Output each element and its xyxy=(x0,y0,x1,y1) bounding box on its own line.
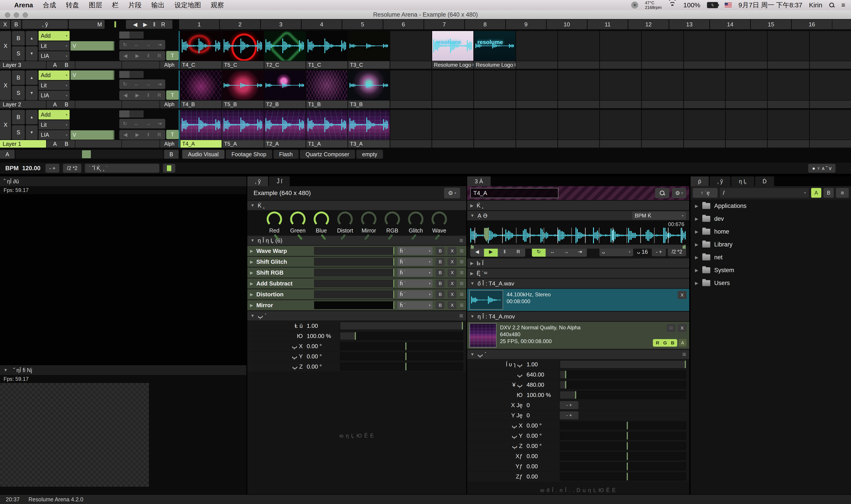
beats-nudge-button[interactable]: - + xyxy=(652,247,666,256)
menu-clock[interactable]: 9月7日 周一 下午8:37 xyxy=(738,1,802,10)
clip-cell-empty-10[interactable] xyxy=(558,110,599,148)
dashboard-collapse-icon[interactable]: ▼ xyxy=(250,203,255,208)
clip-cell-empty-8[interactable] xyxy=(474,110,515,148)
clip-label[interactable] xyxy=(558,101,599,108)
effect-opacity-slider[interactable] xyxy=(314,301,395,309)
effect-remove-button[interactable]: X xyxy=(448,269,456,276)
layer-autopilot-dropdown[interactable]: LIA▾ xyxy=(39,130,70,140)
output-snapshot-button[interactable]: ● ♀ ᴀ ˜ ᴠ xyxy=(808,164,835,173)
layer-transport-3[interactable]: R xyxy=(158,132,161,138)
layer-alpha-label[interactable]: Alph xyxy=(160,61,179,69)
dashboard-knob-rgb[interactable]: RGB xyxy=(384,212,400,234)
clip-transform-collapse-icon[interactable]: ▼ xyxy=(470,352,474,357)
clip-cell-T5_B[interactable]: T5_B xyxy=(222,71,264,108)
column-header-1[interactable]: 1 xyxy=(179,19,219,29)
clip-label[interactable]: T5_C xyxy=(222,61,264,69)
column-header-6[interactable]: 6 xyxy=(383,19,423,29)
comp-transport-2[interactable]: ‖ xyxy=(153,21,155,28)
layer-down-button[interactable]: ▼ xyxy=(26,86,38,100)
clip-cell-T3_B[interactable]: T3_B xyxy=(348,71,390,108)
clip-cell-empty-7[interactable] xyxy=(432,110,473,148)
clip-transform-menu-icon[interactable]: ≡ xyxy=(682,350,686,358)
comp-param-4-value[interactable]: 0.00 ° xyxy=(307,363,340,370)
folder-row-users[interactable]: ▶Users xyxy=(691,276,851,289)
clip-label[interactable] xyxy=(768,101,809,108)
bpm-tap-resync-button[interactable]: ˙ ˚Ī Ḱ˛ ˛ ˙ xyxy=(85,164,159,173)
dashboard-knob-green[interactable]: Green xyxy=(290,212,306,234)
folder-row-net[interactable]: ▶net xyxy=(691,251,851,264)
dashboard-knob-blue[interactable]: Blue xyxy=(313,212,329,234)
wav-collapse-icon[interactable]: ▼ xyxy=(470,281,474,286)
section2-collapse-icon[interactable]: ▶ xyxy=(470,271,474,276)
layer-volume-slider[interactable]: V xyxy=(71,41,114,51)
effect-drag-handle[interactable]: ≡ xyxy=(460,269,464,276)
clip-cell-empty-6[interactable] xyxy=(390,110,432,148)
effect-bypass-button[interactable]: B xyxy=(436,280,445,287)
layer-transport-2[interactable]: ‖ xyxy=(147,92,149,98)
preview-collapse-icon[interactable]: ▼ xyxy=(3,368,8,373)
section1-collapse-icon[interactable]: ▶ xyxy=(470,260,474,266)
clip-param-8-slider[interactable] xyxy=(560,442,686,450)
composition-clear-button[interactable]: X xyxy=(0,20,10,29)
clip-label[interactable]: T3_B xyxy=(348,101,390,108)
effect-drag-handle[interactable]: ≡ xyxy=(460,247,464,255)
clip-label[interactable] xyxy=(390,61,432,69)
clip-cell-empty-11[interactable] xyxy=(600,31,641,69)
effect-blend-dropdown[interactable]: ḧ ˙▾ xyxy=(398,247,433,255)
effect-drag-handle[interactable]: ≡ xyxy=(460,280,464,287)
clip-param-10-value[interactable]: 0.00 xyxy=(527,463,560,470)
effect-opacity-slider[interactable] xyxy=(314,290,395,298)
folder-row-dev[interactable]: ▶dev xyxy=(691,212,851,225)
effect-opacity-slider[interactable] xyxy=(314,247,395,255)
clip-cell-empty-16[interactable] xyxy=(810,71,851,108)
audio-collapse-icon[interactable]: ▼ xyxy=(470,213,474,218)
column-group-4[interactable]: empty xyxy=(356,150,383,159)
app-menu-title[interactable]: Arena xyxy=(14,1,33,9)
clip-cell-T1_C[interactable]: T1_C xyxy=(306,31,347,69)
effect-row-distortion[interactable]: ▶Distortionḧ ˙▾BX≡ xyxy=(247,289,466,300)
clip-label[interactable] xyxy=(516,61,557,69)
comp-transport-0[interactable]: ◀ xyxy=(133,21,138,28)
clip-cell-empty-15[interactable] xyxy=(768,110,809,148)
clip-cell-T2_A[interactable]: T2_A xyxy=(265,110,306,148)
comp-transport-3[interactable]: R xyxy=(161,21,165,28)
playmode-1[interactable]: ↔ xyxy=(134,42,139,48)
comp-param-1-value[interactable]: 100.00 % xyxy=(307,333,340,340)
clip-cell-empty-10[interactable] xyxy=(558,71,599,108)
column-header-16[interactable]: 16 xyxy=(792,19,832,29)
clip-settings-button[interactable]: ⚙▾ xyxy=(672,188,686,198)
layer-transport-1[interactable]: ▶ xyxy=(135,132,139,138)
layer-autopilot-dropdown[interactable]: LIA▾ xyxy=(39,51,70,61)
effect-row-shift-glitch[interactable]: ▶Shift Glitchḧ ˙▾BX≡ xyxy=(247,257,466,267)
clip-label[interactable] xyxy=(726,101,767,108)
clip-label[interactable] xyxy=(390,140,432,148)
clip-param-0-slider[interactable] xyxy=(560,360,686,368)
comp-param-0-slider[interactable] xyxy=(340,322,463,330)
clip-cell-empty-16[interactable] xyxy=(810,31,851,69)
folder-expand-icon[interactable]: ▶ xyxy=(695,255,698,260)
clip-label[interactable]: T4_C xyxy=(180,61,222,69)
layer-name-label[interactable]: Layer 2 xyxy=(0,101,46,108)
clip-cell-empty-15[interactable] xyxy=(768,31,809,69)
playmode-0[interactable]: ↻ xyxy=(123,82,127,87)
browser-view-toggle[interactable]: ≡ xyxy=(836,188,849,198)
playmode-3[interactable]: ⇥ xyxy=(158,42,162,48)
effect-expand-icon[interactable]: ▶ xyxy=(250,303,253,308)
effect-bypass-button[interactable]: B xyxy=(436,301,445,309)
layer-solo-button[interactable]: S xyxy=(12,125,25,140)
clip-label[interactable] xyxy=(474,101,515,108)
layer-clear-button[interactable]: X xyxy=(0,71,11,100)
column-header-15[interactable]: 15 xyxy=(751,19,791,29)
clip-param-11-slider[interactable] xyxy=(560,472,686,481)
layer-transport-3[interactable]: R xyxy=(158,92,161,98)
browser-tab-2[interactable]: η Ļ xyxy=(731,176,754,186)
spotlight-search-icon[interactable] xyxy=(829,2,835,8)
clip-cell-empty-6[interactable] xyxy=(390,71,432,108)
clip-cell-empty-13[interactable] xyxy=(684,110,725,148)
column-header-12[interactable]: 12 xyxy=(628,19,668,29)
layer-volume-slider[interactable]: V xyxy=(71,71,114,80)
clip-label[interactable] xyxy=(684,101,725,108)
mov-remove-button[interactable]: X xyxy=(678,324,687,332)
layer-down-button[interactable]: ▼ xyxy=(26,46,38,61)
layer-name-label[interactable]: Layer 3 xyxy=(0,61,46,69)
